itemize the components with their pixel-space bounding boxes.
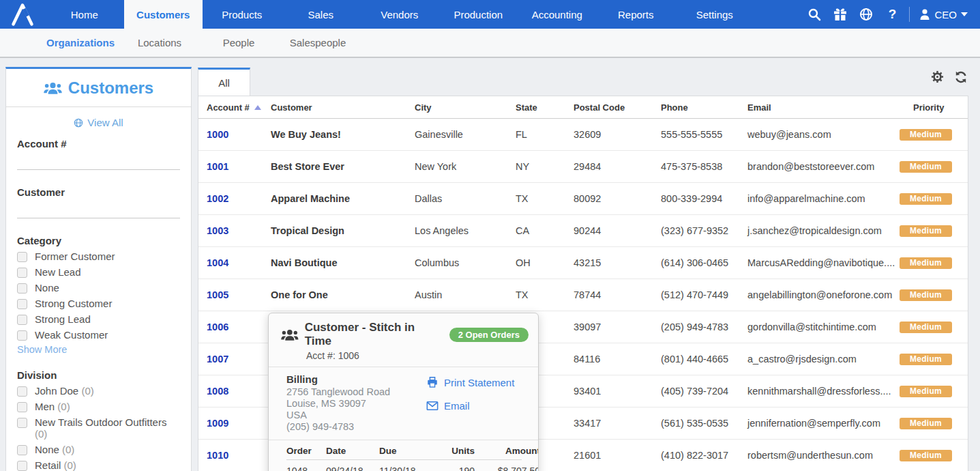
print-statement-label: Print Statement bbox=[444, 377, 514, 388]
customer-preview-popup: Customer - Stitch in Time 2 Open Orders … bbox=[268, 313, 539, 471]
app-logo[interactable] bbox=[0, 0, 45, 29]
division-option-john-doe[interactable]: John Doe (0) bbox=[17, 385, 180, 397]
column-header-email[interactable]: Email bbox=[747, 102, 900, 113]
topnav-item-production[interactable]: Production bbox=[439, 0, 518, 29]
account-link[interactable]: 1000 bbox=[207, 129, 271, 140]
checkbox-icon[interactable] bbox=[17, 418, 27, 428]
orders-body: 104809/24/1811/30/18190$8,707.50107111/0… bbox=[286, 463, 522, 471]
category-show-more-link[interactable]: Show More bbox=[17, 344, 180, 355]
postal-code-cell: 32609 bbox=[574, 129, 661, 140]
refresh-icon[interactable] bbox=[954, 70, 968, 84]
account-link[interactable]: 1001 bbox=[207, 161, 271, 172]
column-header-phone[interactable]: Phone bbox=[661, 102, 747, 113]
category-option-strong-lead[interactable]: Strong Lead bbox=[17, 313, 180, 325]
checkbox-icon[interactable] bbox=[17, 315, 27, 325]
topnav-item-accounting[interactable]: Accounting bbox=[518, 0, 597, 29]
gift-icon[interactable] bbox=[827, 0, 853, 29]
category-option-weak-customer[interactable]: Weak Customer bbox=[17, 329, 180, 341]
checkbox-icon[interactable] bbox=[17, 252, 27, 262]
subnav-item-salespeople[interactable]: Salespeople bbox=[278, 29, 357, 57]
tab-all[interactable]: All bbox=[198, 68, 250, 96]
orders-column-order: Order bbox=[286, 446, 326, 456]
search-icon[interactable] bbox=[801, 0, 827, 29]
topnav-item-customers[interactable]: Customers bbox=[124, 0, 203, 29]
checkbox-icon[interactable] bbox=[17, 268, 27, 278]
topnav-item-reports[interactable]: Reports bbox=[597, 0, 676, 29]
email-cell: robertsm@underthesun.com bbox=[747, 450, 900, 461]
division-option-retail[interactable]: Retail (0) bbox=[17, 459, 180, 471]
column-header-postal-code[interactable]: Postal Code bbox=[574, 102, 661, 113]
email-cell: a_castro@rjsdesign.com bbox=[747, 354, 900, 365]
column-header-state[interactable]: State bbox=[516, 102, 574, 113]
division-option-new-trails-outdoor-outfitters[interactable]: New Trails Outdoor Outfitters (0) bbox=[17, 416, 180, 440]
column-header-account-[interactable]: Account # bbox=[207, 102, 271, 113]
customer-filter-input[interactable] bbox=[17, 198, 180, 218]
gear-icon[interactable] bbox=[931, 70, 944, 84]
topnav-item-sales[interactable]: Sales bbox=[282, 0, 361, 29]
account-link[interactable]: 1005 bbox=[207, 289, 271, 300]
user-menu[interactable]: CEO bbox=[914, 8, 980, 20]
phone-cell: (410) 822-3017 bbox=[661, 450, 747, 461]
email-link[interactable]: Email bbox=[426, 400, 514, 412]
account-link[interactable]: 1008 bbox=[207, 386, 271, 397]
option-label: None bbox=[35, 282, 59, 294]
division-option-none[interactable]: None (0) bbox=[17, 444, 180, 455]
subnav-item-organizations[interactable]: Organizations bbox=[41, 29, 120, 57]
state-cell: FL bbox=[516, 129, 574, 140]
account-link[interactable]: 1006 bbox=[207, 322, 271, 332]
column-header-priority[interactable]: Priority bbox=[900, 102, 968, 113]
option-count: (0) bbox=[81, 385, 93, 397]
option-label: Weak Customer bbox=[35, 329, 108, 341]
chevron-down-icon bbox=[961, 12, 968, 16]
topnav-item-products[interactable]: Products bbox=[203, 0, 282, 29]
topnav-item-home[interactable]: Home bbox=[45, 0, 124, 29]
orders-column-date: Date bbox=[326, 446, 379, 456]
orders-header: OrderDateDueUnitsAmount bbox=[286, 446, 522, 460]
popup-account-number: Acct #: 1006 bbox=[306, 350, 529, 361]
category-option-new-lead[interactable]: New Lead bbox=[17, 266, 180, 278]
category-option-former-customer[interactable]: Former Customer bbox=[17, 251, 180, 262]
checkbox-icon[interactable] bbox=[17, 402, 27, 412]
priority-cell: Medium bbox=[900, 385, 968, 397]
view-all-link[interactable]: View All bbox=[17, 117, 180, 128]
checkbox-icon[interactable] bbox=[17, 461, 27, 471]
division-option-men[interactable]: Men (0) bbox=[17, 401, 180, 412]
option-label: Former Customer bbox=[35, 251, 115, 262]
subnav-item-people[interactable]: People bbox=[199, 29, 278, 57]
option-count: (0) bbox=[64, 459, 76, 471]
priority-badge: Medium bbox=[900, 322, 952, 333]
account-link[interactable]: 1010 bbox=[207, 450, 271, 461]
help-icon[interactable]: ? bbox=[879, 0, 905, 29]
checkbox-icon[interactable] bbox=[17, 283, 27, 294]
topnav-item-vendors[interactable]: Vendors bbox=[360, 0, 439, 29]
category-option-strong-customer[interactable]: Strong Customer bbox=[17, 298, 180, 309]
postal-code-cell: 21601 bbox=[574, 450, 661, 461]
user-label: CEO bbox=[934, 9, 957, 20]
checkbox-icon[interactable] bbox=[17, 386, 27, 397]
account-link[interactable]: 1007 bbox=[207, 354, 271, 365]
globe-icon[interactable] bbox=[853, 0, 879, 29]
column-header-city[interactable]: City bbox=[415, 102, 516, 113]
topnav-items: HomeCustomersProductsSalesVendorsProduct… bbox=[45, 0, 754, 29]
account-link[interactable]: 1003 bbox=[207, 225, 271, 236]
category-option-none[interactable]: None bbox=[17, 282, 180, 294]
topnav-item-settings[interactable]: Settings bbox=[675, 0, 754, 29]
division-options: John Doe (0)Men (0)New Trails Outdoor Ou… bbox=[17, 385, 180, 471]
print-statement-link[interactable]: Print Statement bbox=[426, 376, 514, 388]
account-link[interactable]: 1004 bbox=[207, 257, 271, 268]
account-link[interactable]: 1002 bbox=[207, 193, 271, 204]
city-cell: Columbus bbox=[415, 257, 516, 268]
checkbox-icon[interactable] bbox=[17, 299, 27, 309]
phone-cell: (405) 739-7204 bbox=[661, 386, 747, 397]
phone-cell: (561) 535-0535 bbox=[661, 418, 747, 429]
account-filter-input[interactable] bbox=[17, 149, 180, 170]
customer-filter-label: Customer bbox=[17, 186, 180, 198]
checkbox-icon[interactable] bbox=[17, 445, 27, 455]
city-cell: Dallas bbox=[415, 193, 516, 204]
subnav-item-locations[interactable]: Locations bbox=[120, 29, 199, 57]
account-link[interactable]: 1009 bbox=[207, 418, 271, 429]
city-cell: New York bbox=[415, 161, 516, 172]
popup-title: Customer - Stitch in Time bbox=[305, 321, 443, 348]
checkbox-icon[interactable] bbox=[17, 330, 27, 341]
column-header-customer[interactable]: Customer bbox=[271, 102, 415, 113]
